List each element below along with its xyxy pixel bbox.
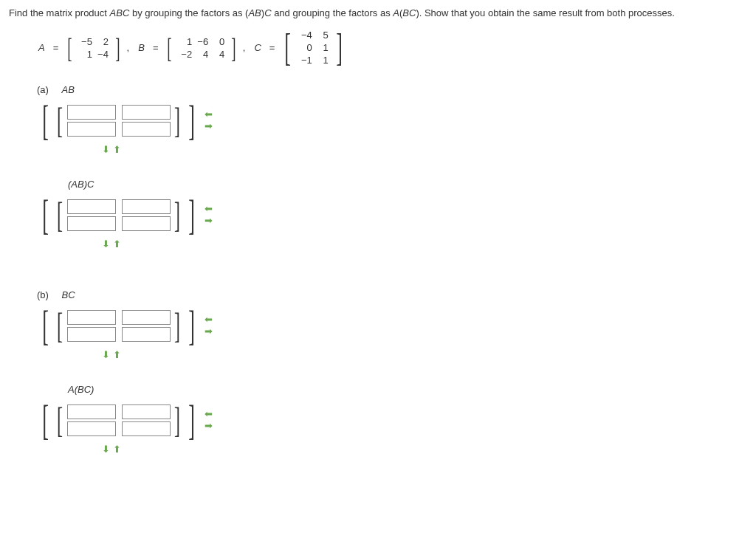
left-bracket: [ xyxy=(168,35,172,61)
left-bracket: [ xyxy=(285,30,292,66)
matrix-c-label: C xyxy=(254,42,261,53)
abc2-cell-1-1[interactable] xyxy=(122,421,171,436)
right-bracket-inner: ] xyxy=(174,198,180,232)
add-col-icon[interactable]: ➡ xyxy=(205,216,213,225)
remove-col-icon[interactable]: ⬅ xyxy=(205,204,213,213)
abc2-cell-1-0[interactable] xyxy=(67,421,116,436)
text: Find the matrix product xyxy=(9,7,110,18)
left-bracket: [ xyxy=(42,100,49,141)
right-bracket: ] xyxy=(188,305,195,346)
cell: 0 xyxy=(299,41,312,54)
cell: 2 xyxy=(95,35,109,48)
answer-abc2: [ [ ] ] ⬅ ➡ ⬇ ⬆ xyxy=(38,399,213,455)
add-row-icon[interactable]: ⬇ xyxy=(102,349,110,360)
cell: −4 xyxy=(299,29,312,41)
remove-row-icon[interactable]: ⬆ xyxy=(113,144,121,155)
right-bracket: ] xyxy=(188,194,195,235)
remove-row-icon[interactable]: ⬆ xyxy=(113,349,121,360)
left-bracket: [ xyxy=(42,194,49,235)
part-b: (b) BC [ [ ] ] ⬅ ➡ ⬇ ⬆ A(BC) [ xyxy=(38,289,747,458)
equals: = xyxy=(153,42,159,53)
right-bracket-inner: ] xyxy=(174,103,180,137)
bc-cell-0-0[interactable] xyxy=(67,310,116,325)
c: C xyxy=(264,7,271,18)
cell: 1 xyxy=(315,54,329,66)
abc1-cell-0-1[interactable] xyxy=(122,199,171,214)
abc: ABC xyxy=(110,7,130,18)
text: and grouping the factors as xyxy=(272,7,394,18)
left-bracket-inner: [ xyxy=(57,198,63,232)
part-tag: (a) xyxy=(37,84,49,95)
abc1-cell-0-0[interactable] xyxy=(67,199,116,214)
answer-abc1: [ [ ] ] ⬅ ➡ ⬇ ⬆ xyxy=(38,194,213,249)
cell: −1 xyxy=(299,54,312,66)
remove-row-icon[interactable]: ⬆ xyxy=(113,444,121,455)
right-bracket: ] xyxy=(336,30,343,66)
cell: 1 xyxy=(315,41,329,54)
left-bracket: [ xyxy=(67,35,72,61)
text: by grouping the factors as ( xyxy=(129,7,248,18)
part-b-header: (b) BC xyxy=(37,289,747,300)
bc: BC xyxy=(402,7,416,18)
cell: 4 xyxy=(211,48,224,61)
remove-col-icon[interactable]: ⬅ xyxy=(205,410,213,419)
left-bracket: [ xyxy=(42,305,49,346)
cell: −2 xyxy=(179,48,192,61)
part-a: (a) AB [ [ ] ] ⬅ ➡ ⬇ ⬆ (AB)C [ xyxy=(38,84,747,252)
add-col-icon[interactable]: ➡ xyxy=(205,421,213,430)
abc1-cell-1-1[interactable] xyxy=(122,216,171,231)
bc-cell-0-1[interactable] xyxy=(122,310,171,325)
remove-col-icon[interactable]: ⬅ xyxy=(205,315,213,324)
cell: −6 xyxy=(195,35,208,48)
remove-row-icon[interactable]: ⬆ xyxy=(113,238,121,249)
right-bracket-inner: ] xyxy=(174,309,180,342)
comma: , xyxy=(127,42,130,53)
cell: −4 xyxy=(95,48,109,61)
bc-cell-1-0[interactable] xyxy=(67,327,116,342)
problem-statement: Find the matrix product ABC by grouping … xyxy=(9,7,747,18)
part-b-label2: A(BC) xyxy=(68,384,747,395)
abc2-cell-0-0[interactable] xyxy=(67,404,116,419)
add-row-icon[interactable]: ⬇ xyxy=(102,144,110,155)
left-bracket-inner: [ xyxy=(57,309,63,342)
answer-ab: [ [ ] ] ⬅ ➡ ⬇ ⬆ xyxy=(38,100,213,155)
left-bracket: [ xyxy=(42,399,49,441)
left-bracket-inner: [ xyxy=(57,103,63,137)
equals: = xyxy=(53,42,59,53)
ab-cell-1-0[interactable] xyxy=(67,122,116,137)
ab-cell-1-1[interactable] xyxy=(122,122,171,137)
matrix-a-label: A xyxy=(38,42,45,53)
right-bracket: ] xyxy=(231,35,236,61)
abc1-cell-1-0[interactable] xyxy=(67,216,116,231)
add-row-icon[interactable]: ⬇ xyxy=(102,238,110,249)
cell: 1 xyxy=(179,35,192,48)
part-a-label1: AB xyxy=(62,84,75,95)
part-a-label2: (AB)C xyxy=(68,179,747,190)
matrix-b-label: B xyxy=(138,42,145,53)
matrix-a: −52 1−4 xyxy=(79,35,109,61)
matrix-b: 1−60 −244 xyxy=(179,35,224,61)
add-col-icon[interactable]: ➡ xyxy=(205,122,213,131)
right-bracket: ] xyxy=(188,399,195,441)
ab-cell-0-0[interactable] xyxy=(67,105,116,120)
comma: , xyxy=(243,42,246,53)
ab-cell-0-1[interactable] xyxy=(122,105,171,120)
part-tag: (b) xyxy=(37,289,49,300)
add-col-icon[interactable]: ➡ xyxy=(205,327,213,336)
answer-bc: [ [ ] ] ⬅ ➡ ⬇ ⬆ xyxy=(38,305,213,360)
text: ). Show that you obtain the same result … xyxy=(416,7,674,18)
cell: 0 xyxy=(211,35,224,48)
part-b-label1: BC xyxy=(62,289,75,300)
part-a-header: (a) AB xyxy=(37,84,747,95)
abc2-cell-0-1[interactable] xyxy=(122,404,171,419)
right-bracket-inner: ] xyxy=(174,403,180,437)
bc-cell-1-1[interactable] xyxy=(122,327,171,342)
add-row-icon[interactable]: ⬇ xyxy=(102,444,110,455)
matrix-definitions: A = [ −52 1−4 ] , B = [ 1−60 −244 ] , C … xyxy=(38,29,747,66)
left-bracket-inner: [ xyxy=(57,403,63,437)
matrix-c: −45 01 −11 xyxy=(299,29,329,66)
right-bracket: ] xyxy=(188,100,195,141)
ab: AB xyxy=(248,7,261,18)
remove-col-icon[interactable]: ⬅ xyxy=(205,110,213,119)
equals: = xyxy=(269,42,275,53)
